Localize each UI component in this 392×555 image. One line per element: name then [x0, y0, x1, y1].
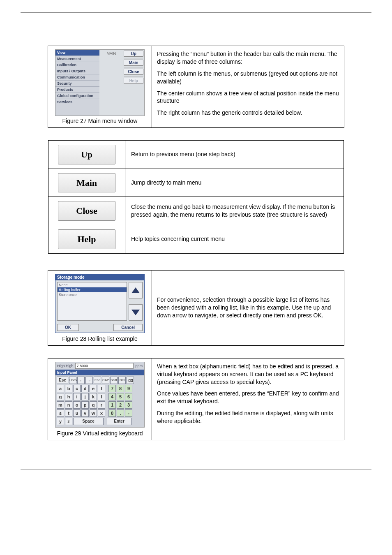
key: k [90, 393, 97, 400]
key: 6 [125, 393, 132, 400]
menu-item: Calibration [55, 62, 99, 68]
key: 0 [108, 409, 116, 417]
key: 7 [108, 385, 116, 392]
key-right-arrow [85, 377, 93, 384]
key: p [81, 401, 89, 409]
paragraph: Once values have been entered, press the… [157, 390, 339, 405]
key: t [65, 409, 72, 417]
key: f [98, 385, 105, 392]
figure-29-block: High High 7.8000 ppm Input Panel Esc Hom… [48, 358, 344, 440]
controls-table: Up Return to previous menu (one step bac… [48, 140, 344, 254]
figure-29-caption: Figure 29 Virtual editing keyboard [57, 430, 143, 437]
key: 9 [125, 385, 132, 392]
key: 4 [108, 393, 116, 400]
key-cap: CAP [102, 377, 109, 384]
figure-27-image-cell: View Measurement Calibration Inputs / Ou… [48, 46, 152, 127]
paragraph: For convenience, selection through a pos… [157, 296, 339, 319]
figure-29-text: When a text box (alphanumeric field) has… [152, 358, 344, 440]
key: 3 [125, 401, 132, 409]
rolling-list: None Rolling buffer Store once [57, 282, 127, 321]
key-left-arrow [77, 377, 85, 384]
key: g [57, 393, 64, 400]
key-backspace [127, 377, 134, 384]
key: 8 [117, 385, 124, 392]
list-item: Rolling buffer [58, 287, 127, 292]
main-button-image: Main [58, 173, 115, 193]
main-button-desc: Jump directly to main menu [125, 169, 344, 197]
close-button-desc: Close the menu and go back to measuremen… [125, 197, 344, 225]
arrow-down-button [129, 304, 143, 321]
key: e [90, 385, 97, 392]
menu-item: Services [55, 99, 99, 105]
up-button-image: Up [58, 145, 115, 164]
ok-button: OK [57, 324, 79, 331]
virtual-keyboard-screenshot: High High 7.8000 ppm Input Panel Esc Hom… [55, 362, 145, 428]
key: b [65, 385, 72, 392]
key: j [81, 393, 89, 400]
key-home: Home [69, 377, 76, 384]
key: n [65, 401, 72, 409]
figure-28-text: For convenience, selection through a pos… [152, 271, 344, 345]
key-enter: Enter [107, 418, 131, 425]
paragraph: During the editing, the edited field nam… [157, 409, 339, 425]
menu-item: View [55, 50, 99, 56]
kb-field-label: High High [57, 364, 74, 368]
menu-item: Measurement [55, 56, 99, 62]
key: y [57, 418, 64, 425]
key: w [90, 409, 97, 417]
key: s [57, 409, 64, 417]
figure-27-block: View Measurement Calibration Inputs / Ou… [48, 46, 344, 128]
figure-28-image-cell: Storage mode None Rolling buffer Store o… [48, 271, 152, 345]
kb-field-value: 7.8000 [75, 363, 134, 369]
key: a [57, 385, 64, 392]
main-menu-screenshot: View Measurement Calibration Inputs / Ou… [55, 49, 145, 116]
key: m [57, 401, 64, 409]
paragraph: The center column shows a tree view of a… [157, 90, 339, 105]
key: i [73, 393, 81, 400]
figure-28-block: Storage mode None Rolling buffer Store o… [48, 270, 344, 346]
arrow-up-button [129, 282, 143, 298]
paragraph: Pressing the “menu” button in the header… [157, 50, 339, 66]
menu-item: Products [55, 87, 99, 93]
key: v [81, 409, 89, 417]
paragraph: The right column has the generic control… [157, 109, 339, 117]
menu-up-button: Up [124, 51, 143, 57]
key-end: End [94, 377, 101, 384]
list-item: None [58, 282, 127, 287]
menu-item: Communication [55, 74, 99, 81]
key-esc: Esc [57, 377, 68, 384]
help-button-desc: Help topics concerning current menu [125, 225, 344, 254]
triangle-up-icon [131, 287, 140, 293]
kb-unit: ppm [135, 364, 143, 368]
key: . [117, 409, 124, 417]
key: x [98, 409, 105, 417]
key: 1 [108, 401, 116, 409]
rolling-list-screenshot: Storage mode None Rolling buffer Store o… [55, 274, 145, 333]
key: - [125, 409, 132, 417]
kb-panel-label: Input Panel [55, 370, 144, 375]
key: d [81, 385, 89, 392]
help-button-image: Help [58, 229, 115, 249]
menu-close-button: Close [124, 69, 143, 75]
menu-center-column: MAIN [99, 50, 123, 116]
menu-item: Inputs / Outputs [55, 68, 99, 74]
key-shift: Shift [110, 377, 118, 384]
menu-item: Security [55, 81, 99, 87]
figure-27-text: Pressing the “menu” button in the header… [152, 46, 344, 127]
paragraph: When a text box (alphanumeric field) has… [157, 363, 339, 386]
key: u [73, 409, 81, 417]
triangle-down-icon [131, 310, 140, 315]
menu-help-button: Help [124, 78, 143, 84]
figure-27-caption: Figure 27 Main menu window [62, 118, 138, 124]
list-item: Store once [58, 292, 127, 297]
figure-28-caption: Figure 28 Rolling list example [62, 335, 138, 342]
key: 2 [117, 401, 124, 409]
key: c [73, 385, 81, 392]
cancel-button: Cancel [113, 324, 143, 331]
key: h [65, 393, 72, 400]
menu-main-button: Main [124, 60, 143, 66]
key: l [98, 393, 105, 400]
rolling-list-title: Storage mode [55, 274, 144, 280]
close-button-image: Close [58, 201, 115, 221]
key: z [65, 418, 72, 425]
